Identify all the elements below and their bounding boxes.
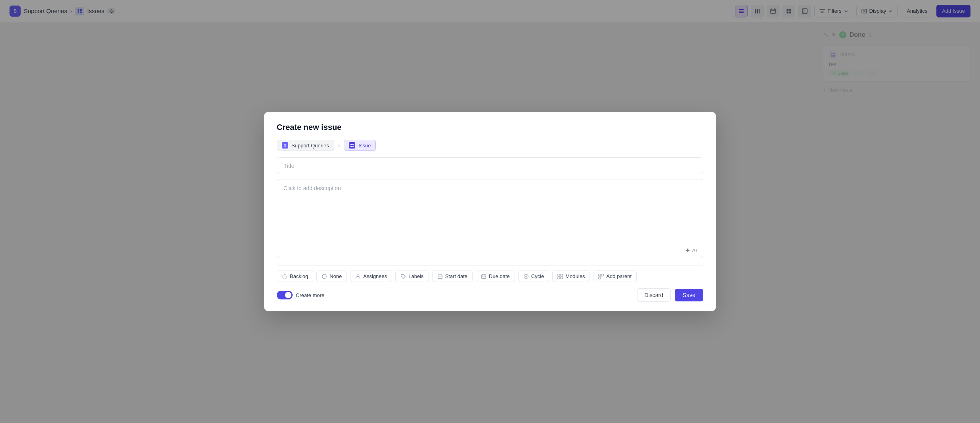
save-label: Save [683,292,695,298]
modal-footer: Create more Discard Save [277,288,703,302]
create-more-toggle[interactable] [277,291,293,299]
priority-btn[interactable]: None [316,271,347,282]
svg-point-43 [525,276,527,277]
ai-label: AI [692,248,697,253]
discard-label: Discard [645,292,663,298]
assignees-btn[interactable]: Assignees [350,271,392,282]
save-button[interactable]: Save [675,289,703,301]
svg-rect-28 [352,144,354,145]
toggle-knob [285,292,291,298]
svg-rect-30 [352,146,354,147]
create-issue-modal: Create new issue S Support Queries › Iss… [264,112,716,311]
create-more-label: Create more [296,292,324,298]
svg-rect-48 [599,274,601,276]
backlog-label: Backlog [290,273,308,279]
description-textarea[interactable] [277,179,703,258]
due-date-label: Due date [489,273,510,279]
svg-rect-46 [558,276,560,278]
description-wrapper: ✦ AI [277,179,703,260]
priority-label: None [329,273,342,279]
ai-button[interactable]: ✦ AI [685,247,697,254]
breadcrumb-type-label: Issue [358,143,371,149]
svg-rect-50 [599,276,601,278]
cycle-btn[interactable]: Cycle [518,271,549,282]
labels-btn[interactable]: Labels [395,271,429,282]
breadcrumb-type-btn[interactable]: Issue [344,140,376,151]
start-date-btn[interactable]: Start date [432,271,473,282]
svg-rect-44 [558,274,560,276]
add-parent-btn[interactable]: Add parent [593,271,637,282]
create-more-group: Create more [277,291,324,299]
due-date-btn[interactable]: Due date [476,271,515,282]
modal-title: Create new issue [277,123,703,132]
backlog-btn[interactable]: Backlog [277,271,313,282]
svg-rect-49 [601,274,603,276]
svg-rect-45 [561,274,563,276]
svg-rect-29 [350,146,352,147]
breadcrumb-separator: › [338,142,340,149]
breadcrumb-workspace-icon: S [282,142,288,149]
svg-rect-47 [561,276,563,278]
start-date-label: Start date [445,273,467,279]
add-parent-label: Add parent [606,273,632,279]
title-input[interactable] [277,157,703,174]
discard-button[interactable]: Discard [637,288,671,302]
modal-breadcrumb: S Support Queries › Issue [277,140,703,151]
modules-label: Modules [565,273,585,279]
svg-rect-38 [482,274,486,278]
breadcrumb-workspace-label: Support Queries [291,143,329,149]
breadcrumb-workspace-btn[interactable]: S Support Queries [277,140,334,151]
labels-label: Labels [408,273,423,279]
svg-point-32 [322,274,327,278]
svg-point-31 [283,274,287,278]
svg-rect-34 [438,274,442,278]
breadcrumb-type-icon [349,142,355,149]
modules-btn[interactable]: Modules [552,271,590,282]
svg-rect-27 [350,144,352,145]
cycle-label: Cycle [531,273,544,279]
modal-toolbar: Backlog None Assignees Labels Start date… [277,265,703,282]
assignees-label: Assignees [363,273,387,279]
ai-star-icon: ✦ [685,247,690,254]
